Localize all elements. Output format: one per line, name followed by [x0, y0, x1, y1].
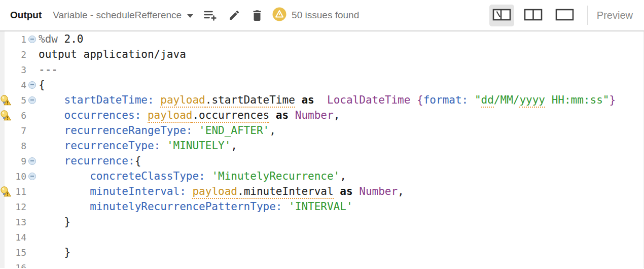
line-number: 3 [12, 64, 26, 75]
layout-toggle-single-pane[interactable] [552, 5, 577, 26]
single-pane-layout-icon [555, 9, 574, 22]
marker-gutter [0, 33, 12, 45]
fold-collapse-icon[interactable] [26, 81, 39, 89]
fold-collapse-icon[interactable] [26, 36, 39, 43]
code-line: 2output application/java [0, 47, 643, 62]
dataweave-code-editor[interactable]: 1%dw 2.02output application/java3---4{ 5… [0, 31, 644, 268]
delete-button[interactable] [251, 8, 264, 22]
line-number: 1 [12, 34, 26, 45]
line-number: 10 [12, 171, 26, 182]
line-number: 4 [12, 80, 26, 90]
pencil-icon [228, 9, 240, 21]
code-text[interactable]: minuteInterval: payload.minuteInterval a… [39, 185, 404, 197]
code-text[interactable]: concreteClassType: 'MinutelyRecurrence', [39, 170, 346, 182]
variable-selector-label: Variable - scheduleRefference [53, 10, 182, 21]
warning-quickfix-icon[interactable] [0, 94, 12, 106]
marker-gutter [0, 63, 12, 76]
layout-toggle-split-script[interactable] [489, 5, 514, 26]
panel-title: Output [10, 10, 42, 21]
code-text[interactable]: recurrenceRangeType: 'END_AFTER', [39, 124, 276, 137]
warning-quickfix-icon[interactable] [0, 185, 12, 197]
marker-gutter [0, 216, 12, 228]
code-line: 1%dw 2.0 [0, 31, 643, 47]
code-line: 4{ [0, 77, 643, 92]
line-number: 6 [12, 110, 26, 121]
output-toolbar: Output Variable - scheduleRefference [0, 0, 644, 31]
code-line: 5 startDateTime: payload.startDateTime a… [0, 92, 643, 108]
marker-gutter [0, 79, 12, 91]
split-script-layout-icon [492, 9, 511, 22]
code-line: 13 } [0, 214, 643, 229]
marker-gutter [0, 246, 12, 258]
fold-collapse-icon[interactable] [26, 173, 39, 180]
line-number: 15 [12, 247, 26, 258]
marker-gutter [0, 124, 12, 137]
code-line: 11 minuteInterval: payload.minuteInterva… [0, 184, 643, 199]
code-line: 3--- [0, 62, 643, 77]
code-text[interactable]: startDateTime: payload.startDateTime as … [39, 94, 616, 106]
marker-gutter [0, 261, 12, 268]
code-text[interactable]: occurrences: payload.occurrences as Numb… [39, 109, 340, 121]
line-number: 13 [12, 217, 26, 227]
line-number: 12 [12, 201, 26, 212]
line-number: 2 [12, 49, 26, 60]
code-text[interactable]: } [39, 246, 70, 258]
line-number: 5 [12, 95, 26, 106]
trash-icon [252, 9, 263, 21]
marker-gutter [0, 231, 12, 243]
code-line: 8 recurrenceType: 'MINUTELY', [0, 138, 643, 153]
code-text[interactable]: { [39, 79, 45, 91]
line-number: 14 [12, 232, 26, 243]
code-line: 15 } [0, 245, 643, 260]
line-number: 8 [12, 141, 26, 151]
line-number: 11 [12, 186, 26, 197]
code-text[interactable]: } [39, 216, 70, 228]
toolbar-divider [587, 6, 588, 25]
warning-icon [272, 7, 287, 24]
code-line: 9 recurrence:{ [0, 153, 643, 169]
add-to-list-icon [203, 9, 217, 21]
code-text[interactable]: minutelyRecurrencePatternType: 'INTERVAL… [39, 200, 353, 213]
warning-quickfix-icon[interactable] [0, 109, 12, 121]
code-line: 16 [0, 260, 643, 268]
chevron-down-icon [187, 14, 193, 18]
line-number: 16 [12, 262, 26, 268]
marker-gutter [0, 140, 12, 152]
issues-indicator[interactable]: 50 issues found [272, 7, 359, 24]
layout-toggle-group [489, 5, 577, 26]
code-line: 12 minutelyRecurrencePatternType: 'INTER… [0, 199, 643, 214]
preview-label: Preview [597, 10, 633, 21]
marker-gutter [0, 170, 12, 182]
marker-gutter [0, 200, 12, 213]
code-lines-container: 1%dw 2.02output application/java3---4{ 5… [0, 31, 643, 268]
marker-gutter [0, 48, 12, 60]
fold-collapse-icon[interactable] [26, 157, 39, 165]
edit-button[interactable] [227, 8, 241, 22]
line-number: 9 [12, 156, 26, 166]
line-number: 7 [12, 125, 26, 136]
code-line: 10 concreteClassType: 'MinutelyRecurrenc… [0, 169, 643, 184]
code-line: 14 [0, 229, 643, 245]
code-text[interactable]: %dw 2.0 [39, 33, 84, 45]
marker-gutter [0, 155, 12, 167]
layout-toggle-two-columns[interactable] [521, 5, 546, 26]
code-text[interactable]: recurrence:{ [39, 155, 141, 167]
code-text[interactable]: --- [39, 63, 58, 76]
code-line: 6 occurrences: payload.occurrences as Nu… [0, 108, 643, 123]
code-line: 7 recurrenceRangeType: 'END_AFTER', [0, 123, 643, 138]
two-columns-layout-icon [524, 9, 543, 22]
fold-collapse-icon[interactable] [26, 96, 39, 104]
code-text[interactable]: recurrenceType: 'MINUTELY', [39, 140, 237, 152]
add-target-button[interactable] [202, 8, 218, 22]
variable-selector-dropdown[interactable]: Variable - scheduleRefference [53, 10, 193, 21]
issues-count-label: 50 issues found [292, 10, 359, 21]
code-text[interactable]: output application/java [39, 48, 186, 60]
